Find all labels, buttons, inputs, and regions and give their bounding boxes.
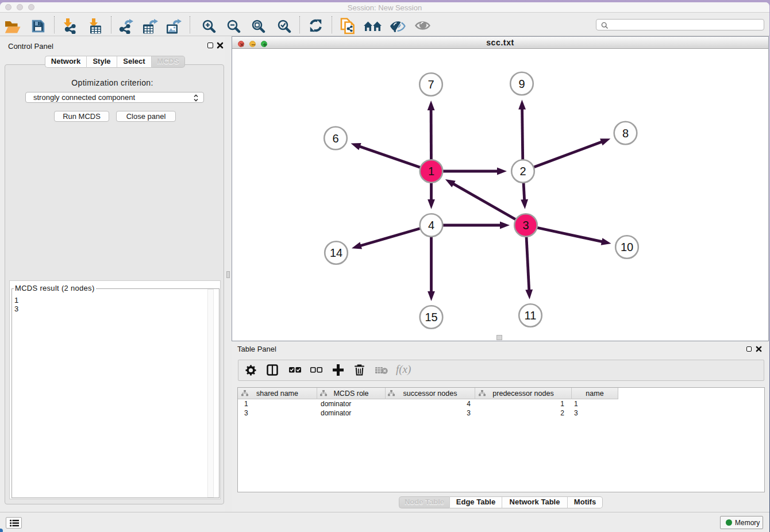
svg-text:4: 4 [428,219,434,232]
svg-text:14: 14 [330,246,342,259]
svg-text:6: 6 [332,132,338,145]
svg-text:8: 8 [622,127,629,140]
svg-text:2: 2 [519,165,526,178]
svg-text:3: 3 [522,219,529,232]
svg-text:10: 10 [621,241,633,253]
svg-text:11: 11 [525,309,537,322]
svg-text:9: 9 [518,78,525,90]
svg-text:15: 15 [425,311,437,323]
svg-text:1: 1 [428,165,434,178]
svg-text:7: 7 [428,78,434,91]
